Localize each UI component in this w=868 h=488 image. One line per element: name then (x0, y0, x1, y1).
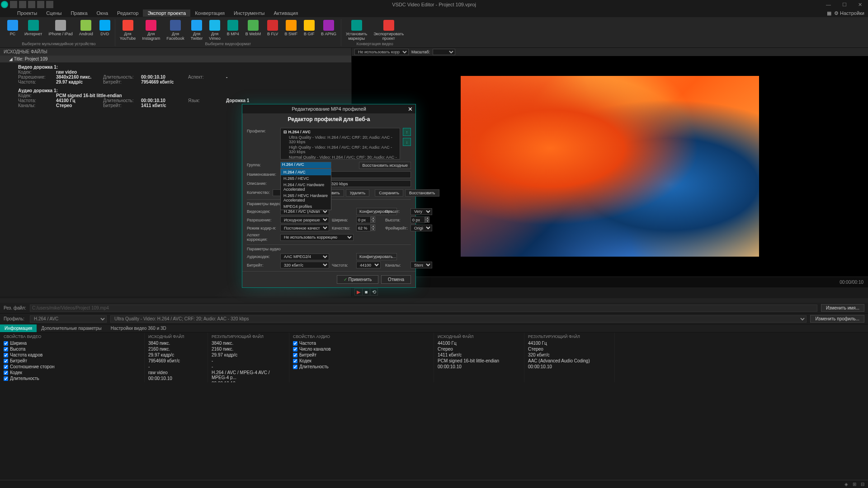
dialog-close-button[interactable]: ✕ (408, 106, 413, 113)
timeline-strip[interactable]: 00:00/00:10 (352, 277, 868, 287)
layout-icon[interactable]: ▦ (827, 10, 831, 16)
profile-group-combo[interactable]: H.264 / AVC (30, 315, 107, 323)
prop-checkbox[interactable] (293, 347, 297, 352)
menu-edit[interactable]: Правка (66, 9, 92, 17)
menu-scenes[interactable]: Сцены (42, 9, 66, 17)
menu-windows[interactable]: Окна (92, 9, 113, 17)
quality-spinner[interactable]: ▴▾ (356, 225, 382, 231)
width-spinner[interactable]: ▴▾ (356, 216, 382, 223)
maximize-button[interactable]: ☐ (836, 0, 852, 9)
status-icon-2[interactable]: ⊞ (853, 482, 856, 487)
ribbon-btn[interactable]: ДляInstagram (139, 19, 163, 42)
framerate-combo[interactable]: Original (410, 225, 432, 231)
ribbon-btn[interactable]: Установитьмаркеры (343, 19, 370, 42)
tab-360[interactable]: Настройки видео 360 и 3D (106, 324, 171, 332)
prop-checkbox[interactable] (4, 376, 8, 381)
profiles-listbox[interactable]: ⊟ H.264 / AVCUltra Quality - Video: H.26… (280, 128, 400, 160)
menu-activation[interactable]: Активация (269, 9, 302, 17)
ribbon-btn[interactable]: ДляYouTube (117, 19, 138, 42)
abitrate-combo[interactable]: 320 кбит/с (280, 262, 329, 268)
ribbon-btn[interactable]: Экспортироватьпроект (371, 19, 406, 42)
ribbon-btn[interactable]: В FLV (264, 19, 281, 42)
prop-checkbox[interactable] (293, 359, 297, 363)
ribbon-btn[interactable]: В GIF (301, 19, 317, 42)
afreq-combo[interactable]: 44100 Гц (356, 262, 381, 268)
prop-checkbox[interactable] (4, 353, 8, 357)
prop-checkbox[interactable] (293, 365, 297, 369)
prop-checkbox[interactable] (4, 371, 8, 375)
scrollbar-horizontal[interactable] (0, 298, 868, 303)
dropdown-option[interactable]: H.264 / AVC (281, 169, 331, 175)
settings-link[interactable]: ⚙ Настройки (834, 10, 864, 16)
prop-checkbox[interactable] (293, 341, 297, 346)
scale-combo[interactable] (433, 49, 455, 55)
close-button[interactable]: ✕ (852, 0, 868, 9)
source-file-col: ИСХОДНЫЙ ФАЙЛ 3840 пикс.2160 пикс.29.97 … (145, 333, 208, 382)
change-profile-button[interactable]: Изменить профиль... (810, 315, 864, 323)
tab-advanced[interactable]: Дополнительные параметры (37, 324, 106, 332)
dialog-titlebar[interactable]: Редактирование MP4 профилей ✕ (242, 104, 415, 113)
profile-name-combo[interactable]: Ultra Quality - Video: H.264 / AVC; CRF:… (110, 315, 807, 323)
acodec-config-button[interactable]: Конфигурировать... (356, 253, 397, 260)
menu-tools[interactable]: Инструменты (229, 9, 269, 17)
ribbon-btn[interactable]: В SWF (282, 19, 300, 42)
stop-button[interactable]: ■ (362, 288, 370, 296)
correction-combo[interactable]: Не использовать коррек (354, 49, 409, 55)
restore-defaults-button[interactable]: Восстановить исходные (359, 162, 411, 169)
prop-checkbox[interactable] (4, 347, 8, 352)
ribbon-btn[interactable]: Android (76, 19, 96, 37)
achannels-combo[interactable]: Stereo (410, 262, 432, 268)
qat-open-icon[interactable] (19, 1, 26, 8)
change-name-button[interactable]: Изменить имя... (821, 304, 864, 312)
tab-info[interactable]: Информация (0, 324, 37, 332)
qat-save-icon[interactable] (28, 1, 35, 8)
move-down-button[interactable]: ↓ (403, 138, 411, 146)
acodec-combo[interactable]: AAC MPEG2/4 (280, 253, 329, 260)
menu-export[interactable]: Экспорт проекта (143, 9, 190, 17)
ribbon-btn[interactable]: В WebM (243, 19, 264, 42)
app-logo-icon (1, 1, 8, 8)
result-file-path[interactable] (30, 305, 817, 312)
prop-checkbox[interactable] (293, 353, 297, 357)
project-title-row[interactable]: ◢ Title: Project 109 (0, 56, 351, 63)
ribbon-btn[interactable]: В MP4 (224, 19, 242, 42)
restore-button[interactable]: Восстановить (405, 189, 439, 197)
dropdown-option[interactable]: H.265 / HEVC (281, 175, 331, 182)
menu-convert[interactable]: Конвертация (190, 9, 229, 17)
ribbon-btn[interactable]: В APNG (318, 19, 339, 42)
ribbon-btn[interactable]: PC (5, 19, 21, 37)
dropdown-option[interactable]: H.264 / AVC Hardware Accelerated (281, 182, 331, 192)
dropdown-option[interactable]: MPEG4 profiles (281, 203, 331, 210)
loop-button[interactable]: ⟲ (370, 288, 378, 296)
ribbon-btn[interactable]: DVD (97, 19, 113, 37)
preset-combo[interactable]: Very fast (410, 208, 432, 215)
qat-redo-icon[interactable] (46, 1, 53, 8)
save-button[interactable]: Сохранить (375, 189, 403, 197)
status-icon-1[interactable]: ◈ (844, 482, 848, 487)
aspect-combo[interactable]: Не использовать коррекцию (280, 234, 354, 241)
mode-combo[interactable]: Постоянное качество (CRF) (280, 225, 329, 231)
prop-checkbox[interactable] (4, 365, 8, 369)
dropdown-option[interactable]: H.265 / HEVC Hardware Accelerated (281, 192, 331, 203)
prop-checkbox[interactable] (4, 341, 8, 346)
cancel-button[interactable]: Отмена (381, 275, 411, 284)
ribbon-btn[interactable]: ДляFacebook (164, 19, 187, 42)
qat-new-icon[interactable] (10, 1, 17, 8)
resolution-combo[interactable]: Исходное разрешение (280, 216, 329, 223)
apply-button[interactable]: Применить (337, 275, 378, 284)
ribbon-btn[interactable]: ДляTwitter (188, 19, 206, 42)
status-icon-3[interactable]: ⊟ (861, 482, 864, 487)
ribbon-btn[interactable]: iPhone / iPad (46, 19, 75, 37)
menu-projects[interactable]: Проекты (13, 9, 42, 17)
delete-button[interactable]: Удалить (346, 189, 369, 197)
height-spinner[interactable]: ▴▾ (410, 216, 432, 223)
qat-undo-icon[interactable] (37, 1, 44, 8)
minimize-button[interactable]: — (821, 0, 836, 9)
move-up-button[interactable]: ↑ (403, 128, 411, 136)
play-button[interactable]: ▶ (354, 288, 363, 296)
menu-editor[interactable]: Редактор (113, 9, 143, 17)
group-combo[interactable]: H.264 / AVC (280, 162, 331, 169)
ribbon-btn[interactable]: ДляVimeo (206, 19, 223, 42)
prop-checkbox[interactable] (4, 359, 8, 363)
ribbon-btn[interactable]: Интернет (22, 19, 45, 37)
